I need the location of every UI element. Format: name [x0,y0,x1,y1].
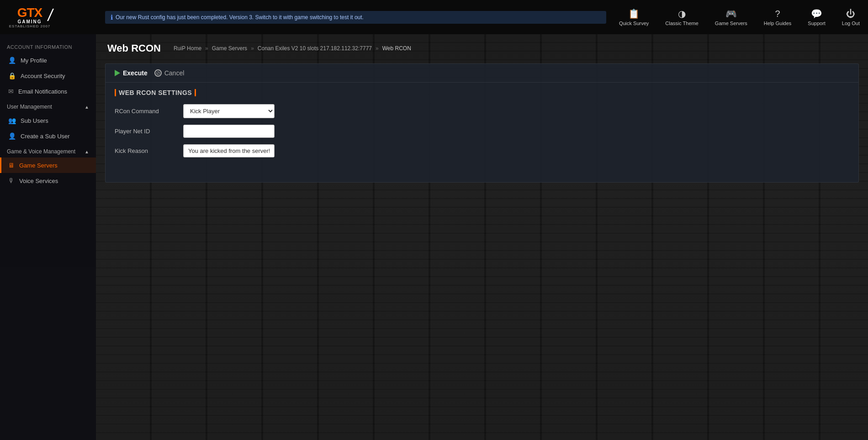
support-icon: 💬 [811,8,822,19]
breadcrumb-sep-2: » [251,45,254,52]
logo-slash: / [48,6,53,25]
sidebar-item-create-sub-user[interactable]: 👤 Create a Sub User [0,128,96,144]
nav-classic-theme-label: Classic Theme [665,21,699,26]
sidebar-sub-users-label: Sub Users [21,117,48,124]
kick-reason-row: Kick Reason [115,144,849,157]
nav-game-servers-label: Game Servers [715,21,747,26]
game-voice-management-title: Game & Voice Management [7,148,75,155]
sidebar-email-notifications-label: Email Notifications [18,88,67,95]
info-icon: ℹ [111,14,113,21]
breadcrumb-game-servers[interactable]: Game Servers [212,45,247,52]
sidebar: Account Information 👤 My Profile 🔒 Accou… [0,34,96,440]
nav-logout[interactable]: ⏻ Log Out [838,6,863,28]
section-heading: WEB RCON SETTINGS [106,83,858,102]
sidebar-voice-services-label: Voice Services [19,178,58,184]
rcon-form: RCon Command Kick Player Ban Player Broa… [106,102,858,168]
nav-help-guides[interactable]: ? Help Guides [760,6,795,28]
kick-reason-input[interactable] [183,144,275,157]
breadcrumb-server-name[interactable]: Conan Exiles V2 10 slots 217.182.112.32:… [258,45,372,52]
sidebar-account-security-label: Account Security [21,73,65,79]
logo-est: ESTABLISHED 2007 [9,24,51,28]
add-user-icon: 👤 [8,132,16,140]
chevron-up-icon: ▲ [85,105,89,110]
section-title: WEB RCON SETTINGS [119,89,192,96]
player-net-id-row: Player Net ID [115,125,849,138]
sub-users-icon: 👥 [8,117,16,124]
main-content: // This generates rack visuals inline - … [96,34,868,440]
rcon-command-select[interactable]: Kick Player Ban Player Broadcast List Pl… [183,104,275,118]
sidebar-item-game-servers[interactable]: 🖥 Game Servers [0,157,96,173]
sidebar-create-sub-user-label: Create a Sub User [21,133,70,140]
nav-actions: 📋 Quick Survey ◑ Classic Theme 🎮 Game Se… [615,6,863,28]
logo: GTX GAMING ESTABLISHED 2007 [5,4,55,31]
breadcrumb-sep-1: » [205,45,208,52]
execute-button[interactable]: Execute [115,69,148,77]
sidebar-item-sub-users[interactable]: 👥 Sub Users [0,113,96,128]
sidebar-item-account-security[interactable]: 🔒 Account Security [0,68,96,84]
cancel-button[interactable]: ⊘ Cancel [154,69,185,77]
user-management-title: User Management [7,104,52,110]
cancel-label: Cancel [164,69,185,77]
breadcrumb-current: Web RCON [382,45,411,52]
logout-icon: ⏻ [846,9,855,19]
microphone-icon: 🎙 [8,177,15,184]
play-icon [115,70,120,76]
sidebar-item-voice-services[interactable]: 🎙 Voice Services [0,173,96,189]
top-navigation: GTX GAMING ESTABLISHED 2007 / ℹ Our new … [0,0,868,34]
nav-support[interactable]: 💬 Support [804,6,829,28]
cancel-icon: ⊘ [154,69,162,77]
nav-logout-label: Log Out [842,21,860,26]
profile-icon: 👤 [8,57,16,64]
gamepad-icon: 🎮 [725,8,737,19]
sidebar-item-email-notifications[interactable]: ✉ Email Notifications [0,84,96,99]
logo-gtx: GTX [17,6,42,19]
sidebar-game-servers-label: Game Servers [19,162,58,169]
nav-quick-survey[interactable]: 📋 Quick Survey [615,6,652,28]
breadcrumb: Web RCON RuiP Home » Game Servers » Cona… [96,34,868,59]
rcon-command-label: RCon Command [115,108,179,115]
section-bar-left [115,89,116,96]
user-management-section[interactable]: User Management ▲ [0,99,96,113]
kick-reason-label: Kick Reason [115,147,179,154]
chevron-up-icon-2: ▲ [85,149,89,154]
notification-text: Our new Rust config has just been comple… [116,14,364,21]
content-panel: Execute ⊘ Cancel WEB RCON SETTINGS RCon … [105,63,859,183]
rcon-toolbar: Execute ⊘ Cancel [106,64,858,83]
nav-support-label: Support [808,21,826,26]
player-net-id-input[interactable] [183,125,275,138]
breadcrumb-home[interactable]: RuiP Home [174,45,201,52]
section-bar-right [195,89,196,96]
nav-help-guides-label: Help Guides [764,21,792,26]
page-title: Web RCON [107,42,161,54]
player-net-id-label: Player Net ID [115,128,179,135]
lock-icon: 🔒 [8,72,16,79]
servers-icon: 🖥 [8,162,15,169]
breadcrumb-sep-3: » [376,45,379,52]
account-section-title: Account Information [0,39,96,52]
nav-game-servers[interactable]: 🎮 Game Servers [711,6,751,28]
logo-area: GTX GAMING ESTABLISHED 2007 / [5,4,96,31]
nav-quick-survey-label: Quick Survey [619,21,649,26]
theme-icon: ◑ [678,8,686,19]
sidebar-item-my-profile[interactable]: 👤 My Profile [0,52,96,68]
rcon-command-row: RCon Command Kick Player Ban Player Broa… [115,104,849,118]
notification-bar: ℹ Our new Rust config has just been comp… [105,11,606,24]
survey-icon: 📋 [628,8,640,19]
logo-gaming: GAMING [17,19,42,24]
game-voice-management-section[interactable]: Game & Voice Management ▲ [0,144,96,157]
help-icon: ? [775,9,780,19]
nav-classic-theme[interactable]: ◑ Classic Theme [662,6,702,28]
email-icon: ✉ [8,88,14,95]
sidebar-my-profile-label: My Profile [21,57,47,64]
execute-label: Execute [123,69,148,77]
